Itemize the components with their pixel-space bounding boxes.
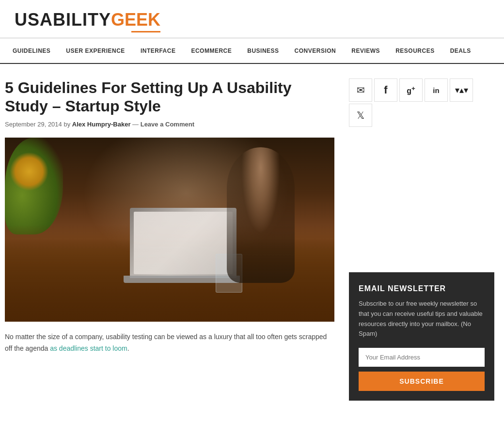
article-by: by	[63, 121, 70, 128]
main-wrapper: 5 Guidelines For Setting Up A Usability …	[0, 64, 504, 415]
person-silhouette	[227, 147, 295, 283]
newsletter-box: EMAIL NEWSLETTER Subscribe to our free w…	[349, 272, 494, 401]
twitter-icon: 𝕏	[357, 109, 364, 121]
social-icons-row: ✉ f g+ in ▾▴▾ 𝕏	[349, 78, 494, 127]
nav-item-deals[interactable]: DEALS	[442, 39, 479, 63]
leave-comment-link[interactable]: Leave a Comment	[141, 121, 194, 128]
email-icon: ✉	[357, 84, 365, 96]
nav-link-user-experience[interactable]: USER EXPERIENCE	[58, 39, 133, 63]
main-nav: GUIDELINES USER EXPERIENCE INTERFACE ECO…	[0, 39, 504, 64]
article-author[interactable]: Alex Humpry-Baker	[72, 121, 131, 128]
nav-item-reviews[interactable]: REVIEWS	[344, 39, 388, 63]
logo-geek-text: GEEK	[111, 10, 160, 30]
nav-link-deals[interactable]: DEALS	[442, 39, 479, 63]
nav-item-interface[interactable]: INTERFACE	[133, 39, 184, 63]
nav-item-guidelines[interactable]: GUIDELINES	[5, 39, 58, 63]
nav-link-conversion[interactable]: CONVERSION	[287, 39, 344, 63]
facebook-icon: f	[384, 84, 387, 96]
site-logo[interactable]: USABILITYGEEK	[15, 10, 160, 32]
googleplus-icon: g+	[407, 85, 415, 95]
article-body-link[interactable]: as deadlines start to loom	[50, 344, 127, 352]
nav-link-ecommerce[interactable]: ECOMMERCE	[183, 39, 239, 63]
newsletter-description: Subscribe to our free weekly newsletter …	[359, 299, 485, 339]
rss-icon: ▾▴▾	[455, 85, 468, 95]
sidebar: ✉ f g+ in ▾▴▾ 𝕏 EMAIL NEWSLETTER Subscri…	[349, 78, 494, 401]
email-social-button[interactable]: ✉	[349, 78, 372, 102]
nav-link-resources[interactable]: RESOURCES	[388, 39, 442, 63]
linkedin-icon: in	[433, 86, 439, 94]
nav-link-interface[interactable]: INTERFACE	[133, 39, 184, 63]
newsletter-title: EMAIL NEWSLETTER	[359, 284, 485, 293]
site-header: USABILITYGEEK	[0, 0, 504, 39]
newsletter-email-input[interactable]	[359, 348, 485, 367]
nav-item-business[interactable]: BUSINESS	[239, 39, 286, 63]
nav-item-conversion[interactable]: CONVERSION	[287, 39, 344, 63]
sidebar-ad-space	[349, 141, 494, 267]
twitter-social-button[interactable]: 𝕏	[349, 104, 372, 127]
nav-link-reviews[interactable]: REVIEWS	[344, 39, 388, 63]
article-dash: —	[132, 121, 141, 128]
nav-item-user-experience[interactable]: USER EXPERIENCE	[58, 39, 133, 63]
article-image	[5, 138, 334, 322]
article-title: 5 Guidelines For Setting Up A Usability …	[5, 78, 334, 116]
logo-underline	[131, 31, 160, 32]
rss-social-button[interactable]: ▾▴▾	[450, 78, 473, 102]
article-content: 5 Guidelines For Setting Up A Usability …	[5, 78, 334, 401]
nav-link-guidelines[interactable]: GUIDELINES	[5, 39, 58, 63]
nav-item-ecommerce[interactable]: ECOMMERCE	[183, 39, 239, 63]
linkedin-social-button[interactable]: in	[425, 78, 448, 102]
article-body-end: .	[127, 344, 129, 352]
newsletter-subscribe-button[interactable]: SUBSCRIBE	[359, 372, 485, 391]
googleplus-social-button[interactable]: g+	[399, 78, 423, 102]
facebook-social-button[interactable]: f	[374, 78, 397, 102]
flower-bloom	[10, 152, 48, 191]
article-date: September 29, 2014	[5, 121, 62, 128]
nav-list: GUIDELINES USER EXPERIENCE INTERFACE ECO…	[5, 39, 499, 63]
article-meta: September 29, 2014 by Alex Humpry-Baker …	[5, 121, 334, 128]
article-body: No matter the size of a company, usabili…	[5, 331, 334, 355]
nav-item-resources[interactable]: RESOURCES	[388, 39, 442, 63]
logo-usability-text: USABILITY	[15, 10, 111, 30]
nav-link-business[interactable]: BUSINESS	[239, 39, 286, 63]
